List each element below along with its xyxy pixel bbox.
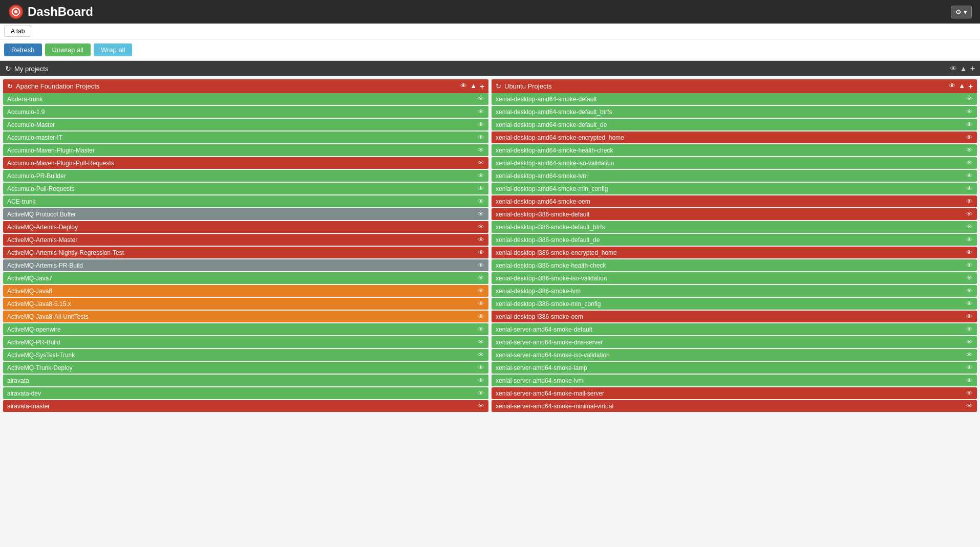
project-eye-icon[interactable]: 👁 bbox=[966, 338, 973, 346]
list-item[interactable]: ActiveMQ-openwire👁 bbox=[3, 323, 488, 335]
project-eye-icon[interactable]: 👁 bbox=[478, 172, 484, 180]
project-eye-icon[interactable]: 👁 bbox=[966, 236, 973, 244]
project-eye-icon[interactable]: 👁 bbox=[478, 402, 484, 410]
project-eye-icon[interactable]: 👁 bbox=[966, 198, 973, 205]
group-chevron-up-icon-apache[interactable]: ▲ bbox=[470, 82, 477, 91]
list-item[interactable]: airavata-master👁 bbox=[3, 400, 488, 412]
project-eye-icon[interactable]: 👁 bbox=[478, 146, 484, 154]
list-item[interactable]: ActiveMQ-Java8-5.15.x👁 bbox=[3, 298, 488, 310]
list-item[interactable]: ActiveMQ-Java7👁 bbox=[3, 272, 488, 284]
list-item[interactable]: ActiveMQ-Artemis-Deploy👁 bbox=[3, 221, 488, 233]
project-eye-icon[interactable]: 👁 bbox=[966, 313, 973, 320]
list-item[interactable]: xenial-desktop-i386-smoke-iso-validation… bbox=[492, 272, 977, 284]
project-eye-icon[interactable]: 👁 bbox=[966, 210, 973, 218]
group-plus-icon-apache[interactable]: + bbox=[480, 82, 484, 91]
project-eye-icon[interactable]: 👁 bbox=[966, 159, 973, 167]
list-item[interactable]: xenial-server-amd64-smoke-default👁 bbox=[492, 323, 977, 335]
project-eye-icon[interactable]: 👁 bbox=[966, 146, 973, 154]
list-item[interactable]: xenial-desktop-i386-smoke-lvm👁 bbox=[492, 285, 977, 297]
section-plus-icon[interactable]: + bbox=[970, 64, 975, 73]
list-item[interactable]: xenial-desktop-i386-smoke-min_config👁 bbox=[492, 298, 977, 310]
list-item[interactable]: ActiveMQ-Java8-All-UnitTests👁 bbox=[3, 311, 488, 322]
project-eye-icon[interactable]: 👁 bbox=[478, 261, 484, 269]
project-eye-icon[interactable]: 👁 bbox=[966, 134, 973, 141]
list-item[interactable]: Accumulo-Maven-Plugin-Master👁 bbox=[3, 144, 488, 156]
project-eye-icon[interactable]: 👁 bbox=[966, 325, 973, 333]
list-item[interactable]: xenial-desktop-amd64-smoke-min_config👁 bbox=[492, 183, 977, 194]
list-item[interactable]: xenial-server-amd64-smoke-lvm👁 bbox=[492, 375, 977, 386]
list-item[interactable]: ActiveMQ-Java8👁 bbox=[3, 285, 488, 297]
list-item[interactable]: xenial-desktop-amd64-smoke-lvm👁 bbox=[492, 170, 977, 182]
project-eye-icon[interactable]: 👁 bbox=[966, 95, 973, 103]
list-item[interactable]: ACE-trunk👁 bbox=[3, 195, 488, 207]
list-item[interactable]: xenial-desktop-i386-smoke-default_de👁 bbox=[492, 234, 977, 246]
group-plus-icon-ubuntu[interactable]: + bbox=[968, 82, 973, 91]
project-eye-icon[interactable]: 👁 bbox=[478, 134, 484, 141]
project-eye-icon[interactable]: 👁 bbox=[478, 313, 484, 320]
project-eye-icon[interactable]: 👁 bbox=[478, 223, 484, 231]
project-eye-icon[interactable]: 👁 bbox=[966, 261, 973, 269]
project-eye-icon[interactable]: 👁 bbox=[478, 389, 484, 397]
list-item[interactable]: Accumulo-Pull-Requests👁 bbox=[3, 183, 488, 194]
project-eye-icon[interactable]: 👁 bbox=[966, 249, 973, 256]
list-item[interactable]: xenial-desktop-amd64-smoke-default👁 bbox=[492, 93, 977, 105]
project-eye-icon[interactable]: 👁 bbox=[478, 198, 484, 205]
project-eye-icon[interactable]: 👁 bbox=[966, 351, 973, 359]
project-eye-icon[interactable]: 👁 bbox=[478, 287, 484, 295]
list-item[interactable]: xenial-desktop-amd64-smoke-oem👁 bbox=[492, 195, 977, 207]
list-item[interactable]: Accumulo-Maven-Plugin-Pull-Requests👁 bbox=[3, 157, 488, 169]
tab-a[interactable]: A tab bbox=[4, 26, 31, 37]
project-eye-icon[interactable]: 👁 bbox=[478, 338, 484, 346]
project-eye-icon[interactable]: 👁 bbox=[966, 377, 973, 384]
list-item[interactable]: Accumulo-PR-Builder👁 bbox=[3, 170, 488, 182]
project-eye-icon[interactable]: 👁 bbox=[478, 274, 484, 282]
project-eye-icon[interactable]: 👁 bbox=[478, 185, 484, 192]
project-eye-icon[interactable]: 👁 bbox=[478, 364, 484, 371]
list-item[interactable]: ActiveMQ-Trunk-Deploy👁 bbox=[3, 362, 488, 374]
settings-button[interactable]: ⚙ ▾ bbox=[951, 6, 972, 18]
list-item[interactable]: ActiveMQ-Artemis-PR-Build👁 bbox=[3, 259, 488, 271]
wrap-all-button[interactable]: Wrap all bbox=[94, 43, 132, 56]
project-eye-icon[interactable]: 👁 bbox=[966, 121, 973, 128]
list-item[interactable]: xenial-server-amd64-smoke-mail-server👁 bbox=[492, 387, 977, 399]
project-eye-icon[interactable]: 👁 bbox=[478, 377, 484, 384]
list-item[interactable]: xenial-desktop-i386-smoke-default👁 bbox=[492, 208, 977, 220]
project-eye-icon[interactable]: 👁 bbox=[478, 210, 484, 218]
list-item[interactable]: xenial-desktop-i386-smoke-health-check👁 bbox=[492, 259, 977, 271]
project-eye-icon[interactable]: 👁 bbox=[966, 108, 973, 116]
project-eye-icon[interactable]: 👁 bbox=[966, 223, 973, 231]
list-item[interactable]: airavata👁 bbox=[3, 375, 488, 386]
project-eye-icon[interactable]: 👁 bbox=[478, 121, 484, 128]
list-item[interactable]: Accumulo-master-IT👁 bbox=[3, 132, 488, 143]
list-item[interactable]: xenial-desktop-i386-smoke-oem👁 bbox=[492, 311, 977, 322]
group-chevron-up-icon-ubuntu[interactable]: ▲ bbox=[958, 82, 965, 91]
list-item[interactable]: xenial-desktop-amd64-smoke-iso-validatio… bbox=[492, 157, 977, 169]
list-item[interactable]: ActiveMQ-SysTest-Trunk👁 bbox=[3, 349, 488, 361]
list-item[interactable]: airavata-dev👁 bbox=[3, 387, 488, 399]
project-eye-icon[interactable]: 👁 bbox=[478, 108, 484, 116]
project-eye-icon[interactable]: 👁 bbox=[966, 185, 973, 192]
project-eye-icon[interactable]: 👁 bbox=[966, 287, 973, 295]
list-item[interactable]: xenial-desktop-amd64-smoke-default_de👁 bbox=[492, 119, 977, 130]
project-eye-icon[interactable]: 👁 bbox=[478, 236, 484, 244]
section-chevron-up-icon[interactable]: ▲ bbox=[960, 64, 967, 73]
list-item[interactable]: xenial-desktop-amd64-smoke-health-check👁 bbox=[492, 144, 977, 156]
project-eye-icon[interactable]: 👁 bbox=[966, 402, 973, 410]
project-eye-icon[interactable]: 👁 bbox=[966, 274, 973, 282]
list-item[interactable]: ActiveMQ Protocol Buffer👁 bbox=[3, 208, 488, 220]
project-eye-icon[interactable]: 👁 bbox=[478, 325, 484, 333]
group-eye-icon-ubuntu[interactable]: 👁 bbox=[949, 82, 955, 91]
project-eye-icon[interactable]: 👁 bbox=[478, 95, 484, 103]
section-eye-icon[interactable]: 👁 bbox=[950, 64, 957, 73]
list-item[interactable]: xenial-desktop-amd64-smoke-default_btrfs… bbox=[492, 106, 977, 118]
list-item[interactable]: ActiveMQ-PR-Build👁 bbox=[3, 336, 488, 348]
list-item[interactable]: xenial-server-amd64-smoke-lamp👁 bbox=[492, 362, 977, 374]
project-eye-icon[interactable]: 👁 bbox=[478, 249, 484, 256]
list-item[interactable]: ActiveMQ-Artemis-Master👁 bbox=[3, 234, 488, 246]
project-eye-icon[interactable]: 👁 bbox=[478, 159, 484, 167]
list-item[interactable]: ActiveMQ-Artemis-Nightly-Regression-Test… bbox=[3, 247, 488, 258]
project-eye-icon[interactable]: 👁 bbox=[478, 351, 484, 359]
list-item[interactable]: xenial-desktop-i386-smoke-encrypted_home… bbox=[492, 247, 977, 258]
project-eye-icon[interactable]: 👁 bbox=[478, 300, 484, 308]
unwrap-all-button[interactable]: Unwrap all bbox=[45, 43, 91, 56]
